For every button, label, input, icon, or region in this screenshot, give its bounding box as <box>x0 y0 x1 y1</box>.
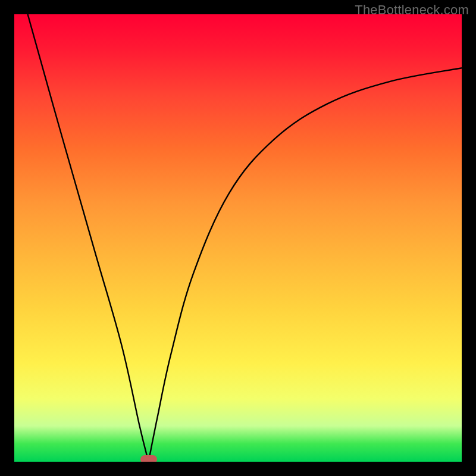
watermark-text: TheBottleneck.com <box>355 2 469 18</box>
curve-left-branch <box>28 14 149 462</box>
minimum-marker <box>140 455 157 462</box>
bottleneck-curve-svg <box>14 14 462 462</box>
chart-container <box>14 14 462 462</box>
curve-right-branch <box>149 68 462 462</box>
